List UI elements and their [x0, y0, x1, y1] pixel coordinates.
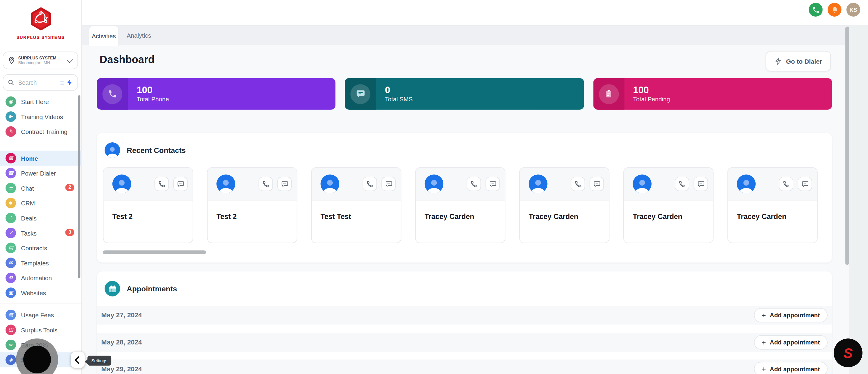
user-avatar[interactable]: KS [846, 3, 860, 17]
sidebar-item-label: Contract Training [21, 128, 67, 135]
notifications-button[interactable] [828, 3, 841, 17]
sidebar-item-start-here[interactable]: ◉ Start Here [0, 94, 82, 109]
sidebar-item-usage-fees[interactable]: ▨ Usage Fees [0, 307, 82, 322]
go-to-dialer-button[interactable]: Go to Dialer [766, 51, 831, 71]
sidebar-item-label: Training Videos [21, 113, 63, 120]
plus-icon [762, 312, 766, 319]
location-selector[interactable]: SURPLUS SYSTEM... Bloomington, MN [3, 52, 78, 69]
sidebar-item-home[interactable]: ▦ Home [0, 151, 82, 166]
contact-name: Tracey Carden [737, 212, 817, 221]
stat-value: 100 [633, 85, 670, 95]
location-name: SURPLUS SYSTEM... [19, 56, 65, 61]
app-screen: SURPLUS SYSTEMS SURPLUS SYSTEM... Bloomi… [0, 0, 868, 374]
sms-button[interactable] [693, 177, 708, 191]
topbar: KS [82, 0, 868, 25]
appointment-date: May 28, 2024 [101, 338, 142, 346]
call-button[interactable] [363, 177, 377, 191]
contact-avatar [113, 175, 131, 193]
contact-name: Test 2 [113, 212, 193, 221]
contact-card[interactable]: Tracey Carden [519, 167, 610, 243]
sidebar-collapse-button[interactable] [71, 352, 85, 368]
sidebar-item-training-videos[interactable]: ▶ Training Videos [0, 109, 82, 124]
calendar-icon [104, 281, 120, 296]
sms-icon [801, 180, 809, 188]
sidebar-item-settings[interactable]: ◈ Settings [0, 352, 82, 367]
settings-tooltip: Settings [87, 355, 111, 366]
phone-icon [782, 180, 789, 188]
sidebar-item-automation[interactable]: ☸ Automation [0, 270, 82, 285]
sidebar-item-surplus-tools[interactable]: ◫ Surplus Tools [0, 322, 82, 338]
contact-avatar [632, 175, 651, 193]
call-status-button[interactable] [809, 3, 823, 17]
sidebar-item-tasks[interactable]: ✓ Tasks 3 [0, 226, 82, 241]
sms-button[interactable] [590, 177, 604, 191]
chat-widget[interactable] [834, 338, 863, 367]
sidebar-item-crm[interactable]: ☻ CRM [0, 196, 82, 210]
sidebar-item-label: Settings [21, 356, 45, 363]
main-scrollbar[interactable] [845, 27, 849, 265]
contact-card[interactable]: Test 2 [103, 167, 193, 243]
app-logo: SURPLUS SYSTEMS [0, 0, 82, 40]
contact-card[interactable]: Tracey Carden [415, 167, 505, 243]
contact-card[interactable]: Test 2 [207, 167, 297, 243]
tasks-count-badge: 3 [65, 229, 74, 236]
sidebar-item-label: Earn 20% [21, 341, 48, 348]
tab-activities[interactable]: Activities [89, 25, 119, 46]
contact-avatar [737, 175, 755, 193]
chat-widget-logo-icon [844, 346, 853, 360]
sidebar-item-label: Usage Fees [21, 312, 54, 318]
contact-name: Tracey Carden [529, 212, 609, 221]
location-city: Bloomington, MN [19, 60, 65, 65]
phone-icon [470, 180, 477, 188]
recent-contacts-panel: Recent Contacts Test 2 [97, 133, 832, 263]
appointment-row: May 27, 2024 Add appointment [97, 306, 832, 324]
crm-icon: ☻ [5, 198, 16, 208]
contact-card[interactable]: Tracey Carden [623, 167, 713, 243]
phone-icon [678, 180, 686, 188]
sidebar-item-earn-20[interactable]: ∞ Earn 20% [0, 338, 82, 353]
add-appointment-button[interactable]: Add appointment [754, 308, 828, 322]
contacts-scrollbar[interactable] [103, 250, 206, 254]
page-title: Dashboard [100, 54, 155, 66]
quick-action-bolt-icon[interactable] [66, 79, 73, 87]
call-button[interactable] [258, 177, 273, 191]
phone-icon [575, 180, 582, 188]
add-appointment-button[interactable]: Add appointment [754, 362, 828, 374]
sms-button[interactable] [173, 177, 188, 191]
sidebar-scrollbar[interactable] [78, 95, 80, 278]
sms-button[interactable] [486, 177, 500, 191]
plus-icon [762, 365, 766, 373]
pending-clipboard-icon [599, 84, 619, 104]
sidebar-nav: ◉ Start Here ▶ Training Videos ✎ Contrac… [0, 94, 82, 367]
call-button[interactable] [571, 177, 585, 191]
sidebar-item-chat[interactable]: ☰ Chat 2 [0, 181, 82, 196]
contact-card[interactable]: Test Test [311, 167, 401, 243]
sidebar-item-contracts[interactable]: ▤ Contracts [0, 240, 82, 256]
sidebar-item-deals[interactable]: ∴ Deals [0, 210, 82, 226]
contact-card[interactable]: Tracey Carden [727, 167, 817, 243]
right-gutter [849, 25, 868, 374]
call-button[interactable] [467, 177, 481, 191]
sms-button[interactable] [277, 177, 292, 191]
templates-icon: ✉ [5, 258, 16, 268]
call-button[interactable] [154, 177, 169, 191]
chevron-down-icon [67, 56, 73, 63]
sidebar-search [3, 74, 78, 91]
tab-analytics[interactable]: Analytics [124, 25, 154, 45]
call-button[interactable] [675, 177, 689, 191]
add-appointment-label: Add appointment [770, 366, 820, 372]
sidebar-item-contract-training[interactable]: ✎ Contract Training [0, 124, 82, 139]
sidebar-item-templates[interactable]: ✉ Templates [0, 256, 82, 270]
call-button[interactable] [779, 177, 793, 191]
sms-button[interactable] [798, 177, 812, 191]
sidebar-item-websites[interactable]: ▣ Websites [0, 285, 82, 300]
search-input[interactable] [17, 79, 58, 87]
sms-button[interactable] [381, 177, 396, 191]
stats-row: 100 Total Phone 0 Total SMS [97, 78, 832, 110]
appointment-date: May 29, 2024 [101, 365, 142, 373]
sidebar-item-power-dialer[interactable]: ☎ Power Dialer [0, 166, 82, 181]
sidebar-item-label: Chat [21, 185, 34, 192]
add-appointment-button[interactable]: Add appointment [754, 335, 828, 350]
sidebar-item-label: Home [21, 155, 38, 161]
sidebar-item-label: Surplus Tools [21, 327, 58, 333]
